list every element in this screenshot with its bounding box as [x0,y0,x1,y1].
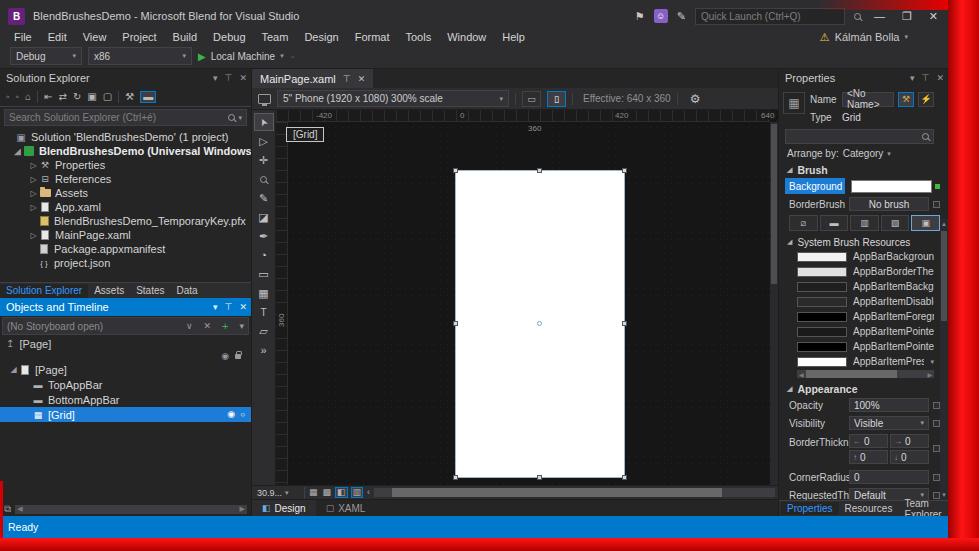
name-input[interactable]: <No Name> [842,92,894,107]
scope-row[interactable]: ↥ [Page] [0,336,251,351]
camera-orbit-tool[interactable]: ◔ [254,246,274,264]
object-item-bottomappbar[interactable]: ▬ BottomAppBar [0,392,251,407]
border-right-input[interactable]: →0 [890,434,929,448]
tab-xaml[interactable]: ▢ XAML [316,500,376,516]
feedback-smiley-icon[interactable]: ☺ [654,9,668,23]
borderbrush-property-row[interactable]: BorderBrush No brush [789,196,940,212]
show-all-files-icon[interactable]: ▣ [87,92,96,102]
close-icon[interactable]: ✕ [239,302,247,312]
menu-edit[interactable]: Edit [40,31,75,43]
tab-resources[interactable]: Resources [839,502,899,515]
design-surface[interactable]: -420 0 420 640 360 360 [Grid] [276,110,778,485]
eyedropper-tool[interactable]: ✎ [254,189,274,207]
snap-to-gridlines-icon[interactable]: ▩ [322,488,333,497]
direct-selection-tool[interactable]: ▷ [254,132,274,150]
menu-view[interactable]: View [75,31,115,43]
scroll-right-icon[interactable]: ▶ [238,505,247,513]
snap-to-snaplines-icon[interactable]: ◧ [335,487,348,498]
scroll-left-icon[interactable]: ◀ [797,371,806,378]
menu-team[interactable]: Team [254,31,297,43]
show-annotations-icon[interactable]: ▥ [351,487,364,498]
menu-tools[interactable]: Tools [398,31,440,43]
rectangle-tool[interactable]: ▭ [254,265,274,283]
properties-vertical-scrollbar[interactable]: ▲ ▼ [940,219,948,500]
object-item-grid[interactable]: ▦ [Grid] ◉ ○ [0,407,251,422]
resize-handle-sw[interactable] [453,475,458,480]
lock-icon[interactable] [235,354,241,359]
blend-app-icon[interactable]: B [8,8,25,25]
shape-tool[interactable]: ▱ [254,322,274,340]
menu-window[interactable]: Window [439,31,494,43]
sync-with-active-document-icon[interactable]: ⇄ [59,92,67,102]
storyboard-caret-icon[interactable]: ▾ [239,321,244,331]
borderbrush-value[interactable]: No brush [849,197,929,211]
scope-up-icon[interactable]: ↥ [6,338,14,349]
collapsed-arrow-icon[interactable]: ▷ [28,231,39,240]
scroll-left-icon[interactable]: ◀ [15,505,24,513]
appearance-section-header[interactable]: ◢ Appearance [779,382,948,396]
brush-resources-tab[interactable]: ▣ [911,215,940,231]
pen-tool[interactable]: ✒ [254,227,274,245]
advanced-options-icon[interactable] [933,420,940,427]
resize-handle-w[interactable] [453,321,458,326]
pin-icon[interactable]: ⊤ [343,74,351,84]
border-bottom-input[interactable]: ↓0 [890,450,929,464]
properties-mode-wrench-icon[interactable]: ⚒ [898,92,914,107]
pin-icon[interactable]: ⊤ [922,73,930,83]
no-brush-tab[interactable]: ⧄ [789,215,818,231]
collapsed-arrow-icon[interactable]: ▷ [28,189,39,198]
tree-item-pfx[interactable]: BlendBrushesDemo_TemporaryKey.pfx [0,214,251,228]
tree-item-solution[interactable]: ▣ Solution 'BlendBrushesDemo' (1 project… [0,130,251,144]
arrange-by-dropdown[interactable]: Arrange by: Category ▾ [779,146,948,161]
platform-dropdown[interactable]: x86▾ [88,47,192,65]
collapse-all-icon[interactable]: ⇤ [44,92,52,102]
text-tool[interactable]: T [254,303,274,321]
resize-handle-n[interactable] [537,168,542,173]
menu-file[interactable]: File [6,31,40,43]
solution-explorer-search-input[interactable]: Search Solution Explorer (Ctrl+é) ▾ [4,109,247,126]
collapsed-arrow-icon[interactable]: ▷ [28,175,39,184]
restore-button[interactable]: ❐ [898,10,916,23]
tab-states[interactable]: States [130,284,170,298]
tab-assets[interactable]: Assets [88,284,130,298]
zoom-level-dropdown[interactable]: 30.9...▾ [255,487,301,499]
designer-vertical-scrollbar[interactable] [770,122,778,485]
new-storyboard-icon[interactable]: + [222,320,228,332]
refresh-icon[interactable]: ↻ [73,92,81,102]
back-icon[interactable]: ◦ [6,92,10,102]
home-icon[interactable]: ⌂ [25,92,31,102]
tab-properties[interactable]: Properties [781,502,839,515]
menu-design[interactable]: Design [296,31,346,43]
window-position-caret-icon[interactable]: ▾ [213,302,218,312]
brush-resource-item[interactable]: AppBarItemPointerOverForegroun [779,339,948,354]
resize-handle-se[interactable] [622,475,627,480]
close-icon[interactable]: ✕ [936,73,944,83]
close-icon[interactable]: ✕ [239,73,247,83]
window-position-caret-icon[interactable]: ▾ [910,73,915,83]
pin-icon[interactable]: ⊤ [225,73,233,83]
portrait-orientation-button[interactable]: ▯ [547,91,566,107]
quick-launch-search-icon[interactable] [854,13,861,20]
brush-resource-item[interactable]: AppBarBackgroundThemeBrush [779,249,948,264]
storyboard-options-icon[interactable]: ∨ [186,321,193,331]
visibility-dropdown[interactable]: Visible ▾ [849,416,929,430]
minimize-button[interactable]: — [870,10,889,22]
collapsed-arrow-icon[interactable]: ▷ [28,161,39,170]
horizontal-scrollbar[interactable]: ◀ ▶ [15,505,247,514]
tree-item-project-json[interactable]: { } project.json [0,256,251,270]
brush-resource-item[interactable]: AppBarBorderThemeBrush [779,264,948,279]
scroll-right-icon[interactable]: ▶ [925,371,934,378]
object-item-page[interactable]: ◢ [Page] [0,362,251,377]
pan-tool[interactable]: ✛ [254,151,274,169]
forward-icon[interactable]: ◦ [16,92,20,102]
advanced-options-icon[interactable] [933,402,940,409]
toolbar-overflow-icon[interactable]: ⌄ [290,52,296,60]
artboard-grid[interactable] [455,170,625,478]
advanced-options-icon[interactable] [933,201,940,208]
tab-design[interactable]: ◧ Design [252,500,316,516]
view-code-icon[interactable]: ▢ [103,92,112,102]
center-anchor[interactable] [537,321,542,326]
resources-horizontal-scrollbar[interactable]: ◀ ▶ [797,370,934,378]
tree-item-references[interactable]: ▷ ⊟ References [0,172,251,186]
show-gridlines-icon[interactable]: ▦ [308,488,319,497]
